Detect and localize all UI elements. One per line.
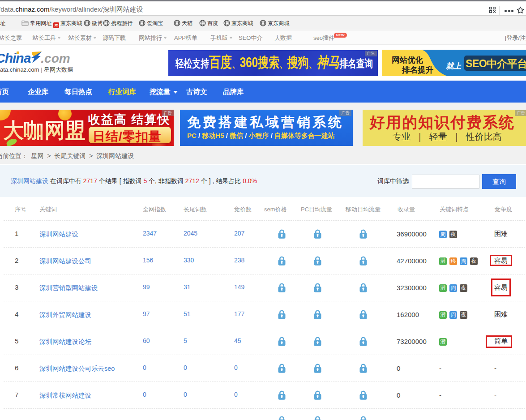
svg-text:排名提升: 排名提升 (402, 65, 434, 74)
svg-text:网站优化: 网站优化 (392, 56, 423, 64)
svg-text:SEO中介平台: SEO中介平台 (466, 58, 526, 69)
svg-text:就上: 就上 (445, 62, 462, 70)
